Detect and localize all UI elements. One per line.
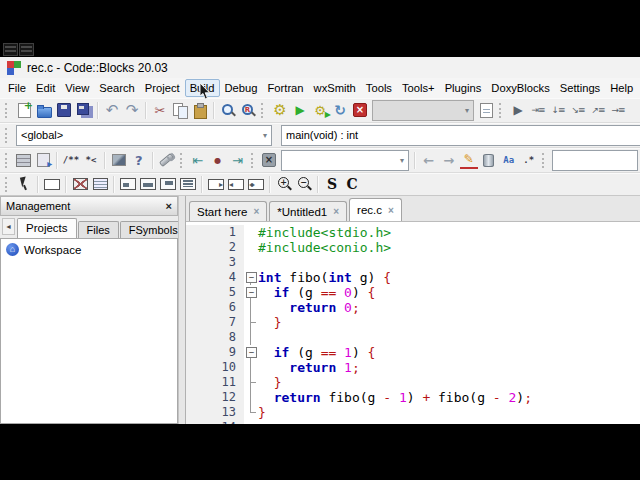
source-line[interactable]: 13} [186, 405, 640, 420]
menu-item-wxsmith[interactable]: wxSmith [309, 79, 361, 97]
source-line[interactable]: 8 [186, 330, 640, 345]
list-box-tool-icon[interactable] [91, 175, 109, 193]
panel-splitter[interactable] [178, 196, 186, 424]
title-bar[interactable]: rec.c - Code::Blocks 20.03 [0, 57, 640, 78]
step-out-icon[interactable]: ↗≡ [589, 101, 607, 119]
save-all-files-icon[interactable] [75, 101, 93, 119]
line-number[interactable]: 13 [186, 405, 244, 420]
build-target-select[interactable]: ▾ [372, 100, 474, 121]
panel-rows-tool-icon[interactable] [179, 175, 197, 193]
line-number[interactable]: 12 [186, 390, 244, 405]
management-tab-files[interactable]: Files [78, 221, 119, 238]
line-number[interactable]: 8 [186, 330, 244, 345]
doxy-settings-icon[interactable] [158, 151, 176, 169]
line-number[interactable]: 2 [186, 240, 244, 255]
save-file-icon[interactable] [55, 101, 73, 119]
undo-icon[interactable]: ↶ [103, 101, 121, 119]
line-number[interactable]: 4 [186, 270, 244, 285]
abort-build-icon[interactable] [351, 101, 369, 119]
incsearch-clear-icon[interactable] [260, 151, 278, 169]
style-s-icon[interactable]: S [323, 175, 341, 193]
management-header[interactable]: Management × [0, 196, 178, 216]
source-line[interactable]: 3 [186, 255, 640, 270]
line-number[interactable]: 3 [186, 255, 244, 270]
pointer-tool-icon[interactable] [15, 175, 33, 193]
fold-toggle-icon[interactable] [244, 270, 258, 285]
menu-item-settings[interactable]: Settings [555, 79, 605, 97]
panel-center-tool-icon[interactable] [159, 175, 177, 193]
menu-item-debug[interactable]: Debug [220, 79, 263, 97]
line-number[interactable]: 10 [186, 360, 244, 375]
toolbar-grip[interactable] [251, 153, 255, 168]
incsearch-match-case-icon[interactable]: Aa [500, 151, 518, 169]
zoom-in-icon[interactable] [275, 175, 293, 193]
redo-icon[interactable]: ↷ [123, 101, 141, 119]
panel-left-tool-icon[interactable] [119, 175, 137, 193]
menu-item-fortran[interactable]: Fortran [263, 79, 309, 97]
source-line[interactable]: 1#include<stdio.h> [186, 225, 640, 240]
line-number[interactable]: 5 [186, 285, 244, 300]
source-line[interactable]: 4int fibo(int g) { [186, 270, 640, 285]
doxy-line-comment-icon[interactable]: *< [82, 151, 100, 169]
show-build-log-icon[interactable] [477, 101, 495, 119]
management-tab-fsymbols[interactable]: FSymbols [120, 221, 187, 238]
debug-continue-icon[interactable]: ▶ [509, 101, 527, 119]
build-and-run-icon[interactable]: ⚙ [311, 101, 329, 119]
style-c-icon[interactable]: C [343, 175, 361, 193]
zoom-out-icon[interactable] [295, 175, 313, 193]
replace-icon[interactable] [239, 101, 257, 119]
tab-left-tool-icon[interactable] [227, 175, 245, 193]
toolbar-grip[interactable] [5, 103, 10, 118]
next-instruction-icon[interactable]: →≡ [609, 101, 627, 119]
line-number[interactable]: 7 [186, 315, 244, 330]
toolbar-grip[interactable] [542, 153, 546, 168]
doxy-run-chm-icon[interactable]: ? [130, 151, 148, 169]
source-line[interactable]: 9 if (g == 1) { [186, 345, 640, 360]
management-tab-projects[interactable]: Projects [17, 218, 77, 238]
source-line[interactable]: 10 return 1; [186, 360, 640, 375]
menu-item-help[interactable]: Help [605, 79, 638, 97]
menu-item-doxyblocks[interactable]: DoxyBlocks [486, 79, 554, 97]
menu-item-search[interactable]: Search [94, 79, 139, 97]
build-icon[interactable]: ⚙ [271, 101, 289, 119]
toolbar-grip[interactable] [261, 103, 266, 118]
doxy-block-comment-icon[interactable]: /** [62, 151, 80, 169]
editor-tab-untitled1[interactable]: *Untitled1× [269, 201, 347, 221]
menu-item-tools[interactable]: Tools [361, 79, 397, 97]
run-to-cursor-icon[interactable]: ⇥≡ [529, 101, 547, 119]
prev-bookmark-icon[interactable]: ⇤ [189, 151, 207, 169]
new-file-icon[interactable] [15, 101, 33, 119]
find-icon[interactable] [219, 101, 237, 119]
incsearch-highlight-icon[interactable]: ✎ [460, 152, 478, 169]
toolbar-grip[interactable] [5, 128, 10, 143]
rebuild-icon[interactable]: ↻ [331, 101, 349, 119]
editor-tab-recc[interactable]: rec.c× [349, 198, 402, 221]
line-number[interactable]: 9 [186, 345, 244, 360]
line-number[interactable]: 1 [186, 225, 244, 240]
menu-item-plugins[interactable]: Plugins [440, 79, 487, 97]
incsearch-selected-only-icon[interactable] [480, 151, 498, 169]
toolbar-grip[interactable] [5, 153, 9, 168]
close-icon[interactable]: × [166, 201, 172, 212]
frame-tool-icon[interactable] [43, 175, 61, 193]
source-line[interactable]: 6 return 0; [186, 300, 640, 315]
search-box[interactable] [552, 150, 638, 171]
doxyblocks-extract-all-icon[interactable] [14, 151, 32, 169]
toggle-bookmark-icon[interactable]: ● [209, 151, 227, 169]
step-into-icon[interactable]: ↘≡ [569, 101, 587, 119]
open-file-icon[interactable] [35, 101, 53, 119]
scope-select[interactable]: <global> ▾ [16, 125, 272, 146]
incsearch-regex-icon[interactable]: .* [520, 151, 538, 169]
toolbar-grip[interactable] [499, 103, 504, 118]
next-line-icon[interactable]: ↓≡ [549, 101, 567, 119]
source-line[interactable]: 2#include<conio.h> [186, 240, 640, 255]
toolbar-grip[interactable] [180, 153, 184, 168]
scroll-left-icon[interactable]: ◄ [2, 218, 15, 235]
close-tab-icon[interactable]: × [333, 206, 339, 217]
source-line[interactable]: 11 } [186, 375, 640, 390]
line-number[interactable]: 6 [186, 300, 244, 315]
menu-item-file[interactable]: File [3, 79, 31, 97]
toolbar-grip[interactable] [5, 177, 10, 192]
close-tab-icon[interactable]: × [388, 205, 394, 216]
editor-tab-starthere[interactable]: Start here× [189, 201, 267, 221]
